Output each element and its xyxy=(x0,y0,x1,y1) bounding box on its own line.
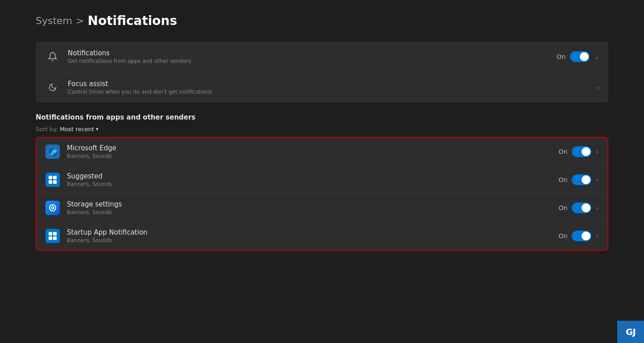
svg-rect-5 xyxy=(49,180,52,184)
breadcrumb: System > Notifications xyxy=(36,13,608,28)
microsoft-edge-row[interactable]: Microsoft Edge Banners, Sounds On › xyxy=(37,138,607,166)
suggested-subtitle: Banners, Sounds xyxy=(67,181,558,187)
storage-status: On xyxy=(558,204,567,211)
storage-subtitle: Banners, Sounds xyxy=(67,209,558,215)
moon-icon xyxy=(45,79,61,95)
section-title: Notifications from apps and other sender… xyxy=(36,113,608,121)
storage-text: Storage settings Banners, Sounds xyxy=(67,200,558,215)
section-gap xyxy=(36,104,608,113)
startup-chevron-icon[interactable]: › xyxy=(596,232,599,240)
sort-label: Sort by: xyxy=(36,126,58,132)
notifications-text: Notifications Get notifications from app… xyxy=(68,49,557,64)
notifications-toggle[interactable] xyxy=(570,51,590,62)
svg-rect-3 xyxy=(49,176,52,179)
bell-icon xyxy=(45,49,61,65)
startup-right: On › xyxy=(558,231,599,241)
startup-subtitle: Banners, Sounds xyxy=(67,237,558,244)
notifications-status: On xyxy=(557,53,566,60)
startup-title: Startup App Notification xyxy=(67,228,558,236)
app-settings-card: Microsoft Edge Banners, Sounds On › xyxy=(37,138,607,250)
edge-status: On xyxy=(558,148,567,155)
startup-text: Startup App Notification Banners, Sounds xyxy=(67,228,558,244)
storage-app-icon xyxy=(45,201,60,215)
svg-rect-11 xyxy=(53,232,57,236)
edge-chevron-icon[interactable]: › xyxy=(596,148,599,155)
storage-title: Storage settings xyxy=(67,200,558,208)
sort-row: Sort by: Most recent ▾ xyxy=(36,126,608,132)
focus-assist-subtitle: Control times when you do and don't get … xyxy=(68,89,597,95)
svg-rect-13 xyxy=(53,236,57,240)
notifications-title: Notifications xyxy=(68,49,557,57)
suggested-chevron-icon[interactable]: › xyxy=(596,176,599,183)
svg-rect-4 xyxy=(53,176,57,179)
notifications-subtitle: Get notifications from apps and other se… xyxy=(68,58,557,64)
suggested-row[interactable]: Suggested Banners, Sounds On › xyxy=(37,166,607,194)
page-container: System > Notifications Notifications Get… xyxy=(0,0,644,264)
edge-subtitle: Banners, Sounds xyxy=(67,153,558,159)
startup-toggle[interactable] xyxy=(572,231,591,241)
focus-assist-title: Focus assist xyxy=(68,80,597,88)
watermark: GJ xyxy=(617,321,644,343)
svg-point-2 xyxy=(52,149,57,152)
suggested-toggle[interactable] xyxy=(572,174,591,185)
notifications-right: On ⌄ xyxy=(557,51,599,62)
focus-assist-row[interactable]: Focus assist Control times when you do a… xyxy=(36,72,608,103)
breadcrumb-system[interactable]: System xyxy=(36,15,72,26)
chevron-down-icon[interactable]: ⌄ xyxy=(594,53,599,60)
notifications-row[interactable]: Notifications Get notifications from app… xyxy=(36,41,608,72)
startup-app-row[interactable]: Startup App Notification Banners, Sounds… xyxy=(37,222,607,250)
suggested-text: Suggested Banners, Sounds xyxy=(67,172,558,187)
storage-right: On › xyxy=(558,202,599,213)
top-settings-card: Notifications Get notifications from app… xyxy=(36,41,608,103)
focus-assist-text: Focus assist Control times when you do a… xyxy=(68,80,597,95)
sort-chevron-icon[interactable]: ▾ xyxy=(96,126,99,132)
suggested-app-icon xyxy=(45,173,60,187)
focus-assist-right: › xyxy=(597,84,599,91)
startup-app-icon xyxy=(45,229,60,243)
svg-rect-6 xyxy=(53,180,57,184)
suggested-status: On xyxy=(558,176,567,183)
breadcrumb-separator: > xyxy=(76,15,84,26)
startup-status: On xyxy=(558,232,567,240)
edge-right: On › xyxy=(558,146,599,157)
storage-chevron-icon[interactable]: › xyxy=(596,204,599,211)
edge-app-icon xyxy=(45,145,60,159)
breadcrumb-current: Notifications xyxy=(87,13,177,28)
edge-title: Microsoft Edge xyxy=(67,144,558,152)
suggested-right: On › xyxy=(558,174,599,185)
edge-text: Microsoft Edge Banners, Sounds xyxy=(67,144,558,159)
storage-toggle[interactable] xyxy=(572,202,591,213)
sort-value[interactable]: Most recent xyxy=(60,126,94,132)
svg-rect-10 xyxy=(49,232,52,236)
chevron-right-icon[interactable]: › xyxy=(597,84,599,91)
storage-settings-row[interactable]: Storage settings Banners, Sounds On › xyxy=(37,194,607,222)
app-list-container: Microsoft Edge Banners, Sounds On › xyxy=(36,137,608,251)
edge-toggle[interactable] xyxy=(572,146,591,157)
svg-rect-12 xyxy=(49,236,52,240)
svg-point-9 xyxy=(52,207,54,209)
suggested-title: Suggested xyxy=(67,172,558,180)
